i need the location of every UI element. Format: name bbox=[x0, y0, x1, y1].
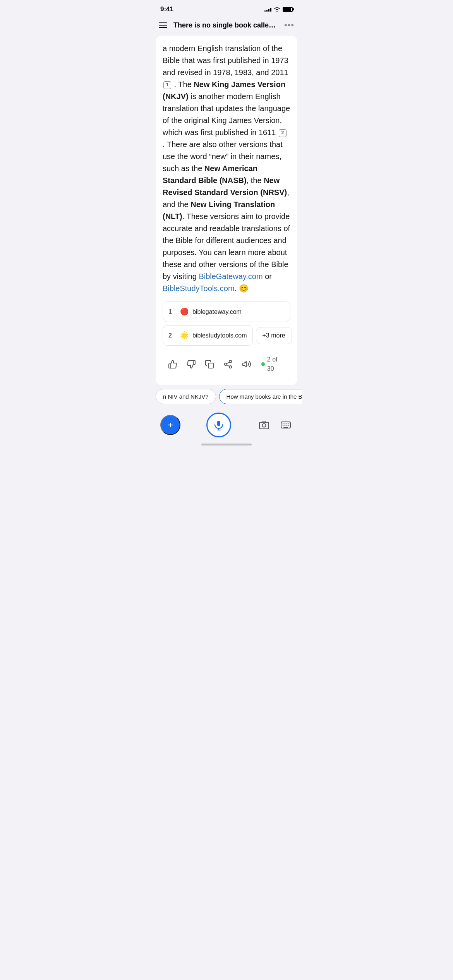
share-icon bbox=[223, 360, 233, 369]
suggestion-chip-1[interactable]: How many books are in the Bible? bbox=[219, 389, 302, 404]
thumbs-up-icon bbox=[168, 360, 177, 369]
camera-button[interactable] bbox=[257, 418, 271, 432]
keyboard-icon bbox=[280, 420, 291, 430]
biblegateway-link[interactable]: BibleGateway.com bbox=[199, 272, 263, 281]
source-2-favicon: 🌟 bbox=[180, 330, 189, 341]
status-time: 9:41 bbox=[160, 5, 173, 13]
svg-marker-6 bbox=[243, 362, 246, 367]
mic-icon bbox=[213, 419, 225, 431]
source-1-favicon: 🔴 bbox=[180, 307, 189, 317]
page-title: There is no single book called t... bbox=[173, 21, 278, 29]
footnote-1[interactable]: 1 bbox=[163, 81, 171, 89]
status-bar: 9:41 bbox=[151, 0, 302, 15]
suggestions-row: n NIV and NKJV? How many books are in th… bbox=[151, 385, 302, 409]
action-bar: 2 of 30 bbox=[163, 350, 290, 379]
text-mid1: . The bbox=[174, 80, 194, 89]
count-badge: 2 of 30 bbox=[257, 353, 289, 376]
text-before: a modern English translation of the Bibl… bbox=[163, 44, 288, 77]
sources-row-2: 2 🌟 biblestudytools.com +3 more bbox=[163, 325, 290, 346]
chat-add-icon bbox=[165, 420, 175, 430]
thumbs-down-icon bbox=[187, 360, 196, 369]
more-button[interactable]: ••• bbox=[283, 19, 296, 32]
speaker-icon bbox=[242, 360, 251, 369]
content-text: a modern English translation of the Bibl… bbox=[163, 43, 290, 295]
more-sources-button[interactable]: +3 more bbox=[256, 327, 292, 344]
svg-line-5 bbox=[227, 362, 230, 364]
thumbs-up-button[interactable] bbox=[164, 355, 181, 373]
svg-point-12 bbox=[263, 424, 266, 427]
text-or: or bbox=[263, 272, 272, 281]
content-card: a modern English translation of the Bibl… bbox=[156, 36, 297, 385]
svg-line-4 bbox=[227, 365, 230, 367]
bottom-bar bbox=[151, 409, 302, 440]
source-2-url: biblestudytools.com bbox=[192, 331, 247, 340]
copy-button[interactable] bbox=[201, 355, 218, 373]
source-1-url: biblegateway.com bbox=[192, 307, 242, 317]
mic-button[interactable] bbox=[206, 413, 231, 437]
header: There is no single book called t... ••• bbox=[151, 15, 302, 36]
sources-section: 1 🔴 biblegateway.com 2 🌟 biblestudytools… bbox=[163, 302, 290, 346]
speaker-button[interactable] bbox=[238, 355, 255, 373]
text-mid6: . These versions aim to provide accurate… bbox=[163, 212, 290, 281]
source-1-number: 1 bbox=[168, 307, 176, 317]
source-item-2[interactable]: 2 🌟 biblestudytools.com bbox=[163, 325, 253, 346]
share-button[interactable] bbox=[220, 355, 237, 373]
menu-button[interactable] bbox=[157, 21, 169, 29]
text-mid4: , the bbox=[247, 176, 264, 185]
green-dot bbox=[261, 362, 265, 366]
svg-rect-8 bbox=[217, 421, 220, 426]
source-item-1[interactable]: 1 🔴 biblegateway.com bbox=[163, 302, 290, 322]
biblestudytools-link[interactable]: BibleStudyTools.com bbox=[163, 284, 235, 293]
text-end: . bbox=[235, 284, 237, 293]
thumbs-down-button[interactable] bbox=[183, 355, 200, 373]
camera-icon bbox=[259, 420, 269, 430]
chat-add-button[interactable] bbox=[160, 415, 180, 435]
home-indicator bbox=[201, 444, 252, 445]
footnote-2[interactable]: 2 bbox=[279, 129, 287, 137]
source-2-number: 2 bbox=[168, 331, 176, 340]
svg-rect-0 bbox=[208, 363, 213, 368]
suggestion-chip-0[interactable]: n NIV and NKJV? bbox=[156, 389, 216, 404]
status-icons bbox=[264, 7, 293, 12]
battery-icon bbox=[283, 7, 293, 12]
copy-icon bbox=[205, 360, 214, 369]
count-text: 2 of 30 bbox=[267, 355, 284, 373]
emoji: 😊 bbox=[239, 284, 249, 293]
wifi-icon bbox=[274, 7, 280, 12]
signal-icon bbox=[264, 7, 271, 12]
keyboard-button[interactable] bbox=[279, 418, 293, 432]
